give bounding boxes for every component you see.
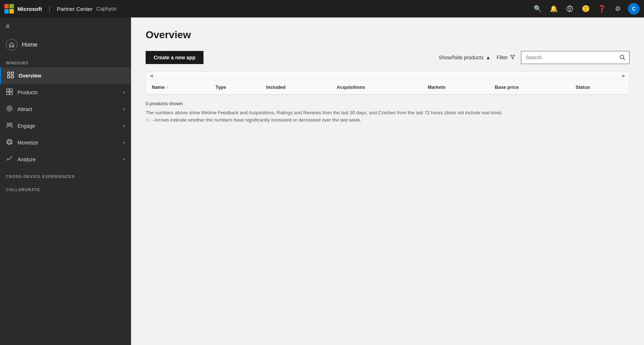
svg-rect-2 (8, 72, 10, 74)
col-header-included: Included (260, 80, 331, 95)
sort-ascending-icon: ↑ (166, 85, 168, 90)
help-question-icon[interactable]: ❓ (594, 1, 609, 16)
settings-gear-icon[interactable]: ⚙ (611, 1, 625, 16)
sidebar-item-attract-label: Attract (17, 106, 119, 112)
sidebar-item-products[interactable]: Products ▾ (0, 84, 131, 101)
overview-icon (7, 72, 14, 80)
sidebar-section-collaborate: COLLABORATE (0, 181, 131, 194)
products-table: Name ↑ Type Included Acquisitions Market… (146, 80, 629, 95)
top-nav-icons: 🔍 🔔 🙂 ❓ ⚙ C (530, 1, 640, 16)
svg-rect-9 (10, 92, 12, 95)
col-header-type: Type (210, 80, 260, 95)
sidebar-item-attract[interactable]: Attract ▾ (0, 101, 131, 118)
sidebar: ≡ Home WINDOWS Overview (0, 17, 131, 345)
info-arrows-text: - Arrows indicate whether the numbers ha… (152, 117, 361, 123)
col-header-status: Status (570, 80, 629, 95)
show-hide-arrow-icon: ▲ (486, 55, 491, 60)
svg-rect-1 (569, 7, 571, 9)
svg-rect-8 (7, 92, 9, 95)
attract-icon (6, 105, 13, 113)
sidebar-section-cross-device: CROSS-DEVICE EXPERIENCES (0, 168, 131, 181)
info-text-line2: ↑↓ - Arrows indicate whether the numbers… (146, 116, 629, 124)
scroll-left-icon[interactable]: ◀ (147, 72, 155, 79)
logo-yellow (9, 9, 14, 13)
svg-rect-3 (11, 72, 13, 74)
search-submit-icon[interactable] (616, 51, 629, 64)
products-count: 0 products shown (146, 101, 629, 106)
products-table-container: ◀ ▶ Name ↑ Type Included Acquisiti (146, 71, 629, 95)
search-icon-button[interactable]: 🔍 (530, 1, 545, 16)
page-title: Overview (146, 29, 629, 41)
content-area: Overview Create a new app Show/hide prod… (131, 17, 644, 345)
show-hide-products-button[interactable]: Show/hide products ▲ (439, 55, 491, 60)
sidebar-item-overview-label: Overview (19, 73, 125, 79)
sidebar-item-products-label: Products (17, 90, 119, 95)
filter-button[interactable]: Filter (497, 55, 515, 61)
filter-label: Filter (497, 55, 508, 60)
home-icon (6, 39, 17, 51)
svg-line-19 (624, 59, 625, 60)
nav-product: Partner Center (57, 6, 92, 12)
engage-icon (6, 122, 13, 130)
toolbar: Create a new app Show/hide products ▲ Fi… (146, 51, 629, 64)
products-icon (6, 88, 13, 96)
top-nav-left: Microsoft | Partner Center Caphyon (4, 4, 530, 13)
svg-rect-4 (8, 76, 10, 78)
main-layout: ≡ Home WINDOWS Overview (0, 17, 644, 345)
scroll-right-icon[interactable]: ▶ (620, 72, 628, 79)
notification-bell-icon[interactable]: 🔔 (546, 1, 561, 16)
show-hide-label: Show/hide products (439, 55, 483, 60)
nav-company: Caphyon (96, 6, 117, 12)
microsoft-logo (4, 4, 14, 13)
nav-divider: | (49, 5, 51, 13)
create-new-app-button[interactable]: Create a new app (146, 51, 204, 64)
search-input[interactable] (521, 51, 616, 64)
svg-rect-7 (10, 89, 12, 91)
engage-chevron-icon: ▾ (123, 124, 125, 128)
sidebar-home-item[interactable]: Home (0, 35, 131, 54)
home-label: Home (22, 41, 37, 48)
sidebar-item-analyze-label: Analyze (17, 156, 119, 162)
sidebar-item-engage-label: Engage (17, 123, 119, 129)
table-header: Name ↑ Type Included Acquisitions Market… (146, 80, 629, 95)
monetize-icon (6, 139, 13, 147)
col-name-label: Name (152, 84, 165, 90)
col-header-acquisitions: Acquisitions (331, 80, 422, 95)
nav-brand: Microsoft (17, 6, 42, 12)
monetize-chevron-icon: ▾ (123, 140, 125, 145)
products-chevron-icon: ▾ (123, 90, 125, 95)
top-navigation: Microsoft | Partner Center Caphyon 🔍 🔔 🙂… (0, 0, 644, 17)
sidebar-item-engage[interactable]: Engage ▾ (0, 118, 131, 134)
sidebar-item-monetize[interactable]: Monetize ▾ (0, 134, 131, 151)
arrow-down-icon: ↓ (148, 117, 151, 123)
logo-green (9, 4, 14, 8)
sidebar-menu-toggle[interactable]: ≡ (0, 17, 131, 35)
logo-blue (4, 9, 9, 13)
svg-point-18 (620, 55, 624, 59)
sidebar-item-overview[interactable]: Overview (0, 67, 131, 84)
sidebar-section-windows: WINDOWS (0, 54, 131, 67)
logo-red (4, 4, 9, 8)
svg-point-12 (7, 123, 9, 125)
sidebar-item-monetize-label: Monetize (17, 140, 119, 146)
svg-rect-6 (7, 89, 9, 91)
svg-point-13 (10, 123, 12, 125)
badge-icon[interactable] (562, 1, 577, 16)
col-header-markets: Markets (422, 80, 489, 95)
svg-point-11 (8, 107, 11, 110)
feedback-smiley-icon[interactable]: 🙂 (578, 1, 593, 16)
search-box (521, 51, 629, 64)
filter-funnel-icon (510, 55, 515, 61)
analyze-chevron-icon: ▾ (123, 157, 125, 162)
analyze-icon (6, 155, 13, 163)
attract-chevron-icon: ▾ (123, 107, 125, 112)
col-header-name[interactable]: Name ↑ (146, 80, 210, 95)
svg-point-10 (7, 106, 12, 111)
col-header-base-price: Base price (489, 80, 570, 95)
sidebar-item-analyze[interactable]: Analyze ▾ (0, 151, 131, 168)
svg-rect-5 (11, 76, 13, 78)
info-text-line1: The numbers above show lifetime Feedback… (146, 109, 629, 116)
user-avatar[interactable]: C (628, 3, 640, 15)
table-scroll-row: ◀ ▶ (146, 72, 629, 80)
